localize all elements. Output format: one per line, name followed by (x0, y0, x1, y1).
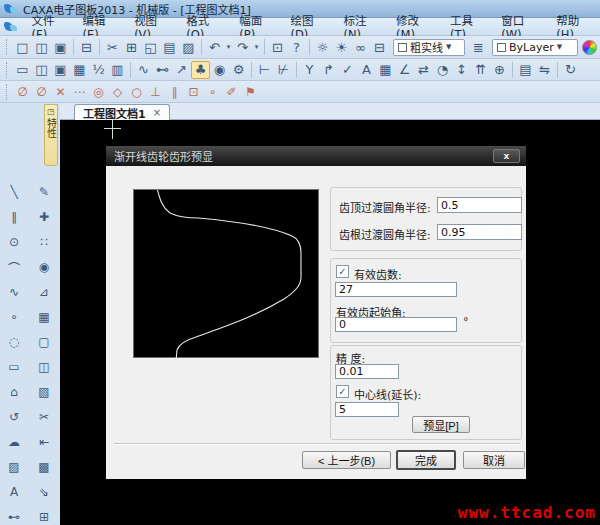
layer-on-icon[interactable]: ☼ (313, 38, 332, 56)
print-icon[interactable]: ⊟ (77, 38, 96, 56)
back-button[interactable]: < 上一步(B) (302, 451, 391, 469)
layer-manager-icon[interactable]: ≣ (469, 38, 488, 56)
axis-line-icon[interactable]: ⊷ (3, 508, 25, 525)
trim-icon[interactable]: ✂ (33, 408, 55, 426)
tolerance-icon[interactable]: ⊕ (490, 61, 509, 79)
datum-icon[interactable]: ⇈ (471, 61, 490, 79)
link-icon[interactable]: ∞ (351, 38, 370, 56)
spline-icon[interactable]: ∿ (3, 283, 25, 301)
snap-parallel-icon[interactable]: ∥ (165, 83, 184, 101)
scale-icon[interactable]: ▢ (33, 333, 55, 351)
precision-input[interactable] (335, 364, 399, 379)
color-wheel-icon[interactable] (582, 40, 597, 55)
snap-insert-icon[interactable]: ✐ (222, 83, 241, 101)
new-icon[interactable]: □ (13, 38, 32, 56)
snap-endpoint-icon[interactable]: ∅ (13, 83, 32, 101)
close-icon[interactable]: × (153, 107, 161, 118)
toolbar-grip[interactable] (6, 39, 9, 55)
snap-quadrant-icon[interactable]: ◇ (108, 83, 127, 101)
polyline-tool-icon[interactable]: ⊷ (153, 61, 172, 79)
toolbar-grip[interactable] (6, 62, 9, 78)
table-icon[interactable]: ▦ (70, 61, 89, 79)
preview-button[interactable]: 预显[P] (412, 416, 470, 433)
parallel-line-icon[interactable]: ∥ (3, 208, 25, 226)
copy-icon[interactable]: ⊞ (122, 38, 141, 56)
cloud-line-icon[interactable]: ☁ (3, 433, 25, 451)
mirror-icon[interactable]: ⊿ (33, 283, 55, 301)
redo-icon[interactable]: ↷ (233, 38, 252, 56)
polygon-tool-icon[interactable]: ⌂ (3, 383, 25, 401)
regen-icon[interactable]: ↻ (561, 61, 580, 79)
title-block-icon[interactable]: ▣ (51, 61, 70, 79)
circle-tool-icon[interactable]: ⊙ (3, 233, 25, 251)
rotate-icon[interactable]: ◉ (33, 258, 55, 276)
part-number-icon[interactable]: ½ (89, 61, 108, 79)
move-icon[interactable]: ✚ (33, 208, 55, 226)
snap-center-icon[interactable]: ◎ (89, 83, 108, 101)
toolbar-grip[interactable] (6, 84, 9, 100)
dim-baseline-icon[interactable]: ⊬ (274, 61, 293, 79)
spline-tool-icon[interactable]: ∿ (134, 61, 153, 79)
properties-view-icon[interactable]: ▤ (516, 61, 535, 79)
centerline-input[interactable] (335, 402, 399, 417)
text-icon[interactable]: A (3, 483, 25, 501)
properties-panel-tab[interactable]: ◳ 特性 (44, 104, 58, 166)
arc-dim-icon[interactable]: ◔ (433, 61, 452, 79)
redo-dropdown-icon[interactable]: ▾ (252, 38, 261, 56)
save-icon[interactable]: ▣ (51, 38, 70, 56)
dialog-close-button[interactable]: x (493, 149, 520, 163)
vertical-dim-icon[interactable]: ↕ (452, 61, 471, 79)
chamfer-icon[interactable]: Y (300, 61, 319, 79)
dim-linear-icon[interactable]: ⊢ (255, 61, 274, 79)
snap-node-icon[interactable]: ⊡ (184, 83, 203, 101)
centerline-checkbox[interactable]: ✓ (336, 385, 349, 398)
detail-view-icon[interactable]: ▦ (376, 61, 395, 79)
gear-tool-icon[interactable]: ♣ (191, 61, 210, 79)
start-angle-input[interactable] (335, 317, 457, 332)
angle-dim-icon[interactable]: ∠ (395, 61, 414, 79)
explode-icon[interactable]: ▧ (33, 383, 55, 401)
ole-object-icon[interactable]: ⊡ (268, 38, 287, 56)
undo-dropdown-icon[interactable]: ▾ (224, 38, 233, 56)
paste-special-icon[interactable]: ▨ (179, 38, 198, 56)
plot-icon[interactable]: ⊟ (370, 38, 389, 56)
sheet-setup-icon[interactable]: ▭ (13, 61, 32, 79)
block-tool-icon[interactable]: ◉ (210, 61, 229, 79)
snap-midpoint-icon[interactable]: ∅ (32, 83, 51, 101)
copy-basepoint-icon[interactable]: ◱ (141, 38, 160, 56)
hatch-tool-icon[interactable]: ▨ (3, 458, 25, 476)
effective-teeth-checkbox[interactable]: ✓ (336, 265, 349, 278)
layer-dropdown[interactable]: ByLayer ▼ (492, 39, 578, 56)
undo-icon[interactable]: ↶ (205, 38, 224, 56)
paste-icon[interactable]: ▤ (160, 38, 179, 56)
snap-settings-icon[interactable]: ⚑ (241, 83, 260, 101)
cut-icon[interactable]: ✂ (103, 38, 122, 56)
effective-teeth-input[interactable] (335, 282, 457, 297)
cancel-button[interactable]: 取消 (463, 451, 525, 469)
snap-tangent-icon[interactable]: ○ (127, 83, 146, 101)
frame-icon[interactable]: ◫ (32, 61, 51, 79)
snap-extension-icon[interactable]: ⋯ (70, 83, 89, 101)
library-tool-icon[interactable]: ⚙ (229, 61, 248, 79)
document-tab[interactable]: 工程图文档1 × (74, 104, 170, 120)
leader-icon[interactable]: ↱ (319, 61, 338, 79)
array-icon[interactable]: ▦ (33, 308, 55, 326)
copy-multiple-icon[interactable]: ∷ (33, 233, 55, 251)
extend-icon[interactable]: ⇤ (33, 433, 55, 451)
check-dim-icon[interactable]: ✓ (338, 61, 357, 79)
arrow-tool-icon[interactable]: ↗ (172, 61, 191, 79)
match-properties-icon[interactable]: ⇋ (535, 61, 554, 79)
bom-icon[interactable]: ▥ (108, 61, 127, 79)
help-icon[interactable]: ? (287, 38, 306, 56)
revision-cloud-icon[interactable]: ↺ (3, 408, 25, 426)
finish-button[interactable]: 完成 (396, 450, 456, 470)
fillet-icon[interactable]: ▩ (33, 458, 55, 476)
dialog-titlebar[interactable]: 渐开线齿轮齿形预显 (106, 146, 526, 166)
chamfer-edge-icon[interactable]: ⇘ (33, 483, 55, 501)
open-icon[interactable]: ◫ (32, 38, 51, 56)
line-tool-icon[interactable]: ╲ (3, 183, 25, 201)
tip-fillet-input[interactable] (437, 197, 522, 213)
linestyle-dropdown[interactable]: 粗实线 ▼ (393, 39, 465, 56)
ellipse-tool-icon[interactable]: ◌ (3, 333, 25, 351)
text-tool-icon[interactable]: A (357, 61, 376, 79)
